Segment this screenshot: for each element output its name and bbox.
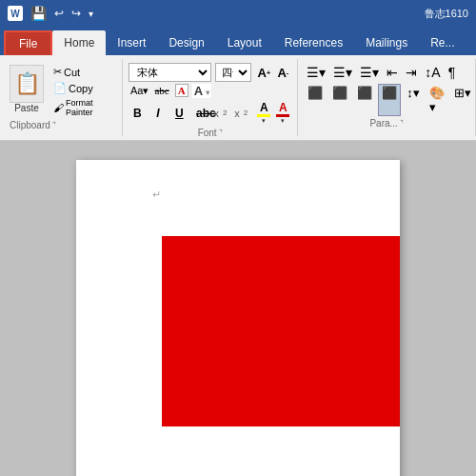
redo-qat-button[interactable]: ↪ xyxy=(69,7,83,20)
numbering-button[interactable]: ☰▾ xyxy=(330,63,355,82)
tab-insert[interactable]: Insert xyxy=(106,30,157,55)
ribbon: 📋 Paste ✂ Cut 📄 Copy 🖌 Format Painter xyxy=(0,55,476,141)
tab-file[interactable]: File xyxy=(4,30,52,55)
format-painter-button[interactable]: 🖌 Format Painter xyxy=(51,97,116,118)
strikethrough-button[interactable]: abc xyxy=(191,105,209,122)
word-icon: W xyxy=(8,6,23,21)
underline-button[interactable]: U xyxy=(170,105,188,122)
paragraph-group: ☰▾ ☰▾ ☰▾ ⇤ ⇥ ↕A ¶ ⬛ ⬛ ⬛ ⬛ ↕▾ 🎨▾ ⊞▾ Para.… xyxy=(298,59,476,136)
font-format-row: B I U abc x2 x2 A ▾ A ▾ xyxy=(129,100,291,126)
shading-button[interactable]: 🎨▾ xyxy=(426,84,448,116)
outdent-button[interactable]: ⇤ xyxy=(384,63,401,82)
show-marks-button[interactable]: ¶ xyxy=(446,63,459,82)
highlight-color-button[interactable]: A ▾ xyxy=(255,100,272,126)
bold-button[interactable]: B xyxy=(129,105,146,122)
red-content-box xyxy=(162,236,400,426)
justify-button[interactable]: ⬛ xyxy=(378,84,401,116)
save-qat-button[interactable]: 💾 xyxy=(29,6,49,21)
format-painter-icon: 🖌 xyxy=(53,102,64,113)
subscript-button[interactable]: 2 xyxy=(223,109,227,117)
document-page[interactable]: ↵ 纯净之家 gdhst.com xyxy=(76,160,400,476)
font-name-select[interactable]: 宋体 xyxy=(129,63,211,82)
font-group: 宋体 四号 A+ A- Aa▾ abc A A ▾ B I U a xyxy=(123,59,298,136)
tab-design[interactable]: Design xyxy=(157,30,215,55)
paste-label: Paste xyxy=(14,103,39,113)
bullets-button[interactable]: ☰▾ xyxy=(304,63,328,82)
tab-references[interactable]: References xyxy=(273,30,354,55)
quick-access-toolbar: 💾 ↩ ↪ ▾ xyxy=(29,6,95,21)
font-size-select[interactable]: 四号 xyxy=(215,63,251,82)
copy-icon: 📄 xyxy=(53,82,67,94)
clipboard-group-label[interactable]: Clipboard ⌝ xyxy=(6,118,116,132)
cut-button[interactable]: ✂ Cut xyxy=(51,65,116,79)
multilevel-list-button[interactable]: ☰▾ xyxy=(357,63,382,82)
title-bar: W 💾 ↩ ↪ ▾ 鲁志1610 xyxy=(0,0,476,27)
document-area: ↵ 纯净之家 gdhst.com xyxy=(0,141,476,476)
customize-qat-button[interactable]: ▾ xyxy=(87,9,95,19)
clipboard-top: 📋 Paste ✂ Cut 📄 Copy 🖌 Format Painter xyxy=(6,63,116,118)
align-center-button[interactable]: ⬛ xyxy=(328,84,351,116)
borders-button[interactable]: ⊞▾ xyxy=(450,84,475,116)
paste-icon: 📋 xyxy=(10,65,44,103)
font-size-decrease-button[interactable]: A- xyxy=(274,64,291,81)
font-group-label[interactable]: Font ⌝ xyxy=(129,126,291,138)
copy-button[interactable]: 📄 Copy xyxy=(51,81,116,95)
title-bar-left: W 💾 ↩ ↪ ▾ xyxy=(8,6,95,21)
italic-button[interactable]: I xyxy=(149,105,167,122)
paragraph-group-label[interactable]: Para... ⌝ xyxy=(304,116,469,129)
clipboard-small-buttons: ✂ Cut 📄 Copy 🖌 Format Painter xyxy=(51,63,116,118)
paragraph-expand-icon[interactable]: ⌝ xyxy=(400,119,404,128)
sort-button[interactable]: ↕A xyxy=(422,63,443,82)
tab-review[interactable]: Re... xyxy=(419,30,466,55)
paragraph-mark: ↵ xyxy=(152,188,161,201)
font-expand-icon[interactable]: ⌝ xyxy=(219,129,223,137)
indent-button[interactable]: ⇥ xyxy=(403,63,420,82)
tab-mailings[interactable]: Mailings xyxy=(354,30,419,55)
paste-button[interactable]: 📋 Paste xyxy=(6,63,48,115)
superscript-button[interactable]: 2 xyxy=(244,109,248,117)
font-options-row: Aa▾ abc A A ▾ xyxy=(129,84,291,98)
tab-home[interactable]: Home xyxy=(52,30,106,55)
change-case-button[interactable]: Aa▾ xyxy=(129,84,150,98)
font-highlight-button[interactable]: A ▾ xyxy=(192,84,212,98)
font-color-more-button[interactable]: A xyxy=(173,84,190,98)
scissors-icon: ✂ xyxy=(53,66,62,78)
tab-layout[interactable]: Layout xyxy=(216,30,273,55)
alignment-row: ⬛ ⬛ ⬛ ⬛ ↕▾ 🎨▾ ⊞▾ xyxy=(304,84,469,116)
font-color-button[interactable]: A ▾ xyxy=(274,100,291,126)
font-name-row: 宋体 四号 A+ A- xyxy=(129,63,291,82)
align-right-button[interactable]: ⬛ xyxy=(353,84,376,116)
font-size-buttons: A+ A- xyxy=(255,64,291,81)
font-size-increase-button[interactable]: A+ xyxy=(255,64,272,81)
ribbon-tabs: File Home Insert Design Layout Reference… xyxy=(0,27,476,55)
align-left-button[interactable]: ⬛ xyxy=(304,84,327,116)
user-info: 鲁志1610 xyxy=(425,7,468,21)
clipboard-group: 📋 Paste ✂ Cut 📄 Copy 🖌 Format Painter xyxy=(0,59,123,136)
line-spacing-button[interactable]: ↕▾ xyxy=(403,84,424,116)
clear-formatting-button[interactable]: abc xyxy=(152,84,170,98)
clipboard-expand-icon[interactable]: ⌝ xyxy=(52,121,56,129)
font-color-buttons: A ▾ A ▾ xyxy=(255,100,291,126)
undo-qat-button[interactable]: ↩ xyxy=(52,7,66,20)
paragraph-top-row: ☰▾ ☰▾ ☰▾ ⇤ ⇥ ↕A ¶ xyxy=(304,63,469,82)
